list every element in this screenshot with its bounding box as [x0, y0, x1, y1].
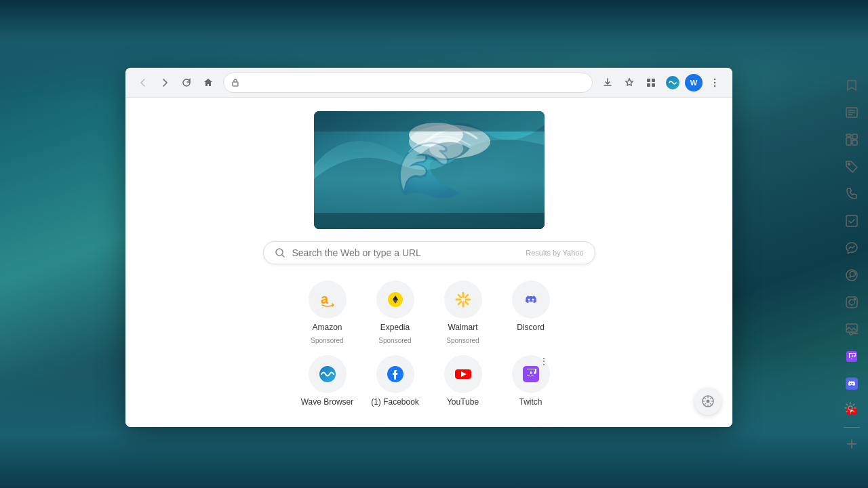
svg-rect-55	[852, 355, 853, 357]
favorites-button[interactable]	[620, 73, 639, 92]
wave-ext-icon	[666, 76, 679, 89]
discord-panel-button[interactable]	[840, 371, 864, 396]
svg-rect-13	[314, 213, 545, 229]
tags-panel-button[interactable]	[840, 155, 864, 179]
shortcut-discord[interactable]: Discord	[504, 281, 558, 344]
svg-point-7	[714, 85, 715, 86]
hero-image	[314, 111, 545, 229]
search-bar[interactable]: Results by Yahoo	[263, 241, 595, 264]
reading-list-icon	[846, 107, 858, 118]
add-panel-button[interactable]	[840, 432, 864, 456]
messenger-panel-button[interactable]	[840, 236, 864, 260]
settings-button[interactable]	[838, 396, 863, 420]
back-button[interactable]	[134, 73, 153, 92]
download-icon	[603, 78, 612, 87]
svg-point-26	[532, 299, 534, 301]
collections-icon	[846, 134, 858, 146]
shortcut-expedia[interactable]: Expedia Sponsored	[368, 281, 422, 344]
profile-button[interactable]: W	[685, 74, 703, 92]
star-icon	[625, 78, 634, 87]
expedia-sublabel: Sponsored	[378, 337, 411, 344]
svg-line-22	[465, 302, 468, 304]
shortcut-twitch[interactable]: ⋮ Twitch	[504, 355, 558, 407]
shortcut-youtube[interactable]: YouTube	[436, 355, 490, 407]
svg-point-5	[714, 78, 715, 79]
shortcut-amazon[interactable]: a Amazon Sponsored	[300, 281, 355, 344]
expedia-icon-wrap	[376, 281, 414, 319]
amazon-sublabel: Sponsored	[311, 337, 343, 344]
youtube-label: YouTube	[447, 397, 479, 407]
home-button[interactable]	[199, 73, 218, 92]
search-icon	[275, 247, 285, 258]
svg-point-58	[850, 383, 852, 384]
wave-browser-icon	[318, 365, 337, 384]
instagram-icon	[846, 296, 858, 308]
youtube-icon	[454, 365, 473, 384]
wave-browser-icon-wrap	[309, 355, 347, 393]
twitch-label: Twitch	[519, 397, 542, 407]
add-icon	[846, 439, 857, 449]
amazon-icon-wrap: a	[309, 281, 347, 319]
customize-icon	[701, 394, 715, 408]
svg-rect-56	[854, 355, 855, 357]
svg-rect-41	[852, 134, 857, 139]
reading-list-panel-button[interactable]	[840, 100, 864, 125]
collections-panel-button[interactable]	[840, 127, 864, 152]
more-dots[interactable]: ⋮	[539, 357, 549, 366]
tasks-panel-button[interactable]	[840, 209, 864, 233]
search-input[interactable]	[292, 247, 519, 258]
discord-icon	[521, 290, 540, 309]
twitch-panel-button[interactable]	[840, 344, 864, 369]
downloads-button[interactable]	[598, 73, 617, 92]
twitch-icon	[521, 365, 540, 384]
svg-rect-1	[647, 79, 650, 82]
extensions-icon	[646, 78, 656, 87]
phone-panel-button[interactable]	[840, 182, 864, 206]
tasks-icon	[846, 215, 858, 227]
shortcut-walmart[interactable]: Walmart Sponsored	[436, 281, 490, 344]
shortcut-facebook[interactable]: (1) Facebook	[368, 355, 422, 407]
browser-window: W	[125, 68, 732, 427]
instagram-panel-button[interactable]	[840, 290, 864, 314]
amazon-icon: a	[318, 290, 337, 309]
svg-point-48	[849, 300, 854, 305]
svg-rect-32	[530, 371, 532, 374]
walmart-label: Walmart	[448, 323, 477, 332]
svg-point-59	[852, 383, 854, 384]
svg-line-21	[458, 295, 461, 298]
twitch-icon-wrap: ⋮	[512, 355, 550, 393]
customize-button[interactable]	[694, 388, 722, 415]
panel-divider	[844, 427, 860, 428]
whatsapp-panel-button[interactable]	[840, 263, 864, 287]
address-bar[interactable]	[223, 73, 593, 93]
svg-point-64	[848, 406, 852, 410]
svg-rect-3	[647, 83, 650, 87]
image-search-panel-button[interactable]	[840, 317, 864, 342]
more-menu-button[interactable]	[705, 73, 724, 92]
svg-point-11	[429, 138, 463, 159]
facebook-label: (1) Facebook	[371, 397, 419, 407]
svg-rect-0	[233, 82, 238, 86]
image-search-icon	[846, 323, 858, 336]
bookmark-panel-icon	[846, 79, 857, 92]
wave-browser-label: Wave Browser	[301, 397, 354, 407]
wave-extension-button[interactable]	[663, 73, 682, 92]
new-tab-page: Results by Yahoo a Amazon Sponsored	[125, 98, 732, 427]
walmart-sublabel: Sponsored	[446, 337, 479, 344]
svg-rect-12	[314, 111, 545, 131]
refresh-button[interactable]	[177, 73, 196, 92]
messenger-icon	[846, 242, 858, 254]
walmart-icon	[454, 290, 473, 309]
bookmark-panel-button[interactable]	[840, 73, 864, 98]
svg-rect-45	[846, 216, 857, 226]
extensions-button[interactable]	[642, 73, 660, 92]
svg-point-49	[854, 299, 856, 300]
discord-label: Discord	[517, 323, 545, 332]
forward-button[interactable]	[155, 73, 174, 92]
settings-icon	[844, 402, 856, 414]
facebook-icon	[386, 365, 405, 384]
svg-text:a: a	[321, 291, 329, 306]
shortcut-wave-browser[interactable]: Wave Browser	[300, 355, 355, 407]
svg-rect-2	[652, 79, 655, 82]
svg-point-35	[707, 400, 710, 403]
